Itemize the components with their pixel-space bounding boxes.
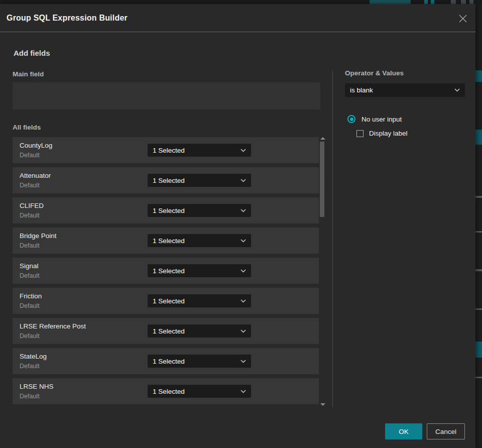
field-name: StateLog <box>20 353 47 360</box>
field-row: CLIFED Default 1 Selected <box>13 197 319 223</box>
field-subtitle: Default <box>20 272 40 279</box>
close-icon[interactable] <box>457 13 468 24</box>
all-fields-list: CountyLog Default 1 Selected Attenuator … <box>13 137 319 408</box>
backdrop-fragment <box>475 269 482 271</box>
chevron-down-icon <box>240 299 246 303</box>
display-label-checkbox[interactable]: Display label <box>356 130 408 137</box>
scrollbar-down-arrow-icon[interactable] <box>320 403 325 406</box>
backdrop-fragment <box>475 342 482 358</box>
dialog-title: Group SQL Expression Builder <box>7 14 128 23</box>
backdrop-fragment <box>475 308 482 310</box>
no-user-input-radio[interactable]: No user input <box>347 115 402 123</box>
operator-value: is blank <box>350 86 373 94</box>
chevron-down-icon <box>240 360 246 363</box>
field-selected-dropdown[interactable]: 1 Selected <box>148 355 251 368</box>
field-row: Attenuator Default 1 Selected <box>13 167 319 193</box>
backdrop-fragment <box>475 70 482 82</box>
field-name: Bridge Point <box>20 232 57 240</box>
checkbox-unchecked-icon <box>356 130 364 137</box>
no-user-input-label: No user input <box>362 116 402 123</box>
operator-values-label: Operator & Values <box>345 69 404 77</box>
group-sql-expression-builder-dialog: Group SQL Expression Builder Add fields … <box>0 4 475 448</box>
panel-divider <box>332 70 333 407</box>
field-selected-dropdown[interactable]: 1 Selected <box>148 204 251 217</box>
chevron-down-icon <box>240 329 246 333</box>
backdrop-top-strip: Live view <box>0 0 482 4</box>
backdrop-fragment <box>475 231 482 233</box>
ok-button[interactable]: OK <box>385 423 422 439</box>
selected-count-label: 1 Selected <box>153 388 185 395</box>
field-selected-dropdown[interactable]: 1 Selected <box>148 294 251 307</box>
chevron-down-icon <box>240 390 246 393</box>
field-subtitle: Default <box>20 393 40 400</box>
field-name: LRSE NHS <box>20 383 54 390</box>
live-view-button[interactable]: Live view <box>370 0 411 4</box>
selected-count-label: 1 Selected <box>153 297 185 305</box>
field-subtitle: Default <box>20 363 40 370</box>
field-row: Friction Default 1 Selected <box>13 288 319 314</box>
field-subtitle: Default <box>20 212 40 219</box>
field-row: Bridge Point Default 1 Selected <box>13 228 319 254</box>
field-selected-dropdown[interactable]: 1 Selected <box>148 324 251 338</box>
selected-count-label: 1 Selected <box>153 177 185 184</box>
field-row: Signal Default 1 Selected <box>13 258 319 284</box>
backdrop-fragment <box>475 377 482 378</box>
selected-count-label: 1 Selected <box>153 327 185 335</box>
selected-count-label: 1 Selected <box>153 207 185 214</box>
field-selected-dropdown[interactable]: 1 Selected <box>148 385 251 398</box>
field-selected-dropdown[interactable]: 1 Selected <box>148 234 251 247</box>
backdrop-fragment <box>461 0 466 4</box>
field-row: StateLog Default 1 Selected <box>13 348 319 374</box>
radio-selected-icon <box>347 115 355 123</box>
field-selected-dropdown[interactable]: 1 Selected <box>148 174 251 187</box>
chevron-down-icon <box>240 239 246 243</box>
backdrop-fragment <box>451 0 456 4</box>
chevron-down-icon <box>240 149 246 152</box>
backdrop-fragment <box>475 130 482 145</box>
main-field-container: CountyLog | Default To Date <box>13 82 320 109</box>
field-row: LRSE Reference Post Default 1 Selected <box>13 318 319 344</box>
chevron-down-icon <box>240 269 246 273</box>
field-name: LRSE Reference Post <box>20 322 86 330</box>
backdrop-fragment <box>469 0 473 4</box>
title-divider <box>0 32 475 32</box>
field-name: CLIFED <box>20 202 44 209</box>
operator-dropdown[interactable]: is blank <box>345 83 465 97</box>
field-subtitle: Default <box>20 332 40 340</box>
field-subtitle: Default <box>20 152 40 159</box>
field-row: CountyLog Default 1 Selected <box>13 137 319 163</box>
backdrop-fragment <box>431 0 434 4</box>
scrollbar-up-arrow-icon[interactable] <box>320 137 325 140</box>
selected-count-label: 1 Selected <box>153 267 185 275</box>
selected-count-label: 1 Selected <box>153 147 185 154</box>
field-selected-dropdown[interactable]: 1 Selected <box>148 144 251 157</box>
add-fields-heading: Add fields <box>14 49 50 57</box>
chevron-down-icon <box>240 179 246 182</box>
backdrop-fragment <box>424 0 428 4</box>
field-name: CountyLog <box>20 142 52 149</box>
selected-count-label: 1 Selected <box>153 358 185 365</box>
live-view-label: Live view <box>380 0 403 1</box>
field-subtitle: Default <box>20 242 40 249</box>
chevron-down-icon <box>240 209 246 212</box>
cancel-button[interactable]: Cancel <box>427 423 465 439</box>
field-name: Friction <box>20 292 42 300</box>
field-subtitle: Default <box>20 182 40 189</box>
scrollbar-thumb[interactable] <box>320 142 324 217</box>
backdrop-fragment <box>475 196 482 198</box>
main-field-label: Main field <box>13 70 44 78</box>
field-name: Signal <box>20 262 39 270</box>
field-subtitle: Default <box>20 302 40 309</box>
all-fields-label: All fields <box>13 124 41 131</box>
selected-count-label: 1 Selected <box>153 237 185 245</box>
backdrop-right-sliver <box>475 4 482 448</box>
field-name: Attenuator <box>20 172 51 179</box>
chevron-down-icon <box>454 88 460 92</box>
display-label-text: Display label <box>369 130 408 137</box>
field-selected-dropdown[interactable]: 1 Selected <box>148 264 251 277</box>
field-row: LRSE NHS Default 1 Selected <box>13 378 319 404</box>
